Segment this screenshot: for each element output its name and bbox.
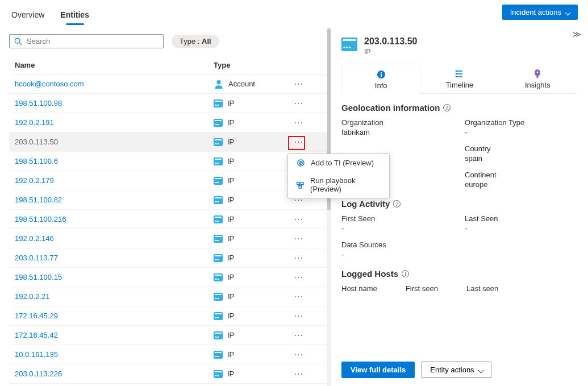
search-input[interactable] [27, 37, 159, 45]
entity-subtitle: IP [364, 48, 417, 56]
ip-icon [214, 177, 223, 185]
row-actions-button[interactable]: ··· [287, 253, 310, 263]
scrollbar[interactable] [327, 27, 331, 386]
row-actions-button[interactable]: ··· [287, 369, 310, 379]
tab-entities[interactable]: Entities [60, 7, 89, 25]
search-input-container[interactable] [9, 34, 164, 48]
table-row[interactable]: 10.0.161.135IP··· [9, 345, 327, 364]
row-actions-button[interactable]: ··· [287, 98, 310, 109]
svg-rect-4 [381, 74, 382, 77]
row-actions-button[interactable]: ··· [287, 292, 310, 302]
entity-link[interactable]: 203.0.113.50 [15, 138, 58, 146]
table-row[interactable]: 198.51.100.82IP··· [9, 190, 327, 210]
row-actions-button[interactable]: ··· [287, 234, 310, 244]
chevron-down-icon [566, 8, 570, 16]
ip-icon [214, 99, 223, 107]
info-tooltip-icon[interactable]: i [443, 104, 451, 111]
entity-link[interactable]: 198.51.100.15 [15, 273, 62, 281]
detail-tab-info[interactable]: Info [341, 64, 420, 94]
ip-icon [214, 370, 223, 378]
account-icon [214, 79, 224, 89]
playbook-icon [296, 181, 305, 189]
row-actions-button[interactable]: ··· [287, 272, 310, 283]
table-row[interactable]: 198.51.100.216IP··· [9, 210, 327, 229]
row-actions-button[interactable]: ··· [287, 118, 310, 128]
entity-link[interactable]: 203.0.113.77 [15, 254, 58, 262]
log-heading: Log Activity i [341, 199, 577, 209]
view-full-details-button[interactable]: View full details [341, 362, 415, 378]
column-header-type[interactable]: Type [214, 61, 287, 69]
entity-link[interactable]: 192.0.2.146 [15, 234, 54, 243]
entity-link[interactable]: 203.0.113.226 [15, 370, 62, 378]
entity-actions-button[interactable]: Entity actions [422, 362, 491, 378]
ip-icon [214, 312, 223, 320]
table-row[interactable]: 192.0.2.191IP··· [9, 113, 327, 132]
table-row[interactable]: 203.0.113.77IP··· [9, 248, 327, 268]
tab-overview[interactable]: Overview [11, 7, 44, 25]
row-actions-button[interactable]: ··· [287, 350, 310, 360]
svg-point-17 [300, 163, 301, 164]
search-icon [14, 38, 22, 45]
chevron-down-icon [479, 366, 483, 374]
table-row[interactable]: 203.0.113.226IP··· [9, 364, 327, 384]
svg-rect-13 [537, 76, 539, 78]
type-filter-pill[interactable]: Type : All [172, 35, 219, 48]
row-actions-button[interactable]: ··· [287, 137, 310, 147]
entity-link[interactable]: 10.0.161.135 [15, 350, 58, 359]
incident-actions-button[interactable]: Incident actions [502, 5, 578, 20]
context-menu: Add to TI (Preview) Run playbook (Previe… [287, 153, 390, 198]
info-icon [342, 69, 420, 80]
menu-run-playbook[interactable]: Run playbook (Preview) [288, 172, 389, 198]
table-row[interactable]: 192.0.2.21IP··· [9, 287, 327, 306]
menu-add-to-ti[interactable]: Add to TI (Preview) [288, 154, 389, 172]
svg-line-1 [19, 43, 22, 45]
svg-rect-19 [301, 182, 303, 184]
entity-link[interactable]: 192.0.2.191 [15, 118, 54, 127]
info-tooltip-icon[interactable]: i [402, 270, 409, 277]
svg-point-5 [381, 72, 382, 73]
table-row[interactable]: 198.51.100.15IP··· [9, 268, 327, 287]
ip-icon [214, 119, 223, 127]
row-actions-button[interactable]: ··· [287, 330, 310, 341]
table-row[interactable]: hcook@contoso.comAccount··· [9, 74, 327, 94]
entity-link[interactable]: 192.0.2.21 [15, 292, 49, 301]
table-row[interactable]: 198.51.100.98IP··· [9, 94, 327, 113]
svg-point-14 [537, 72, 539, 73]
entity-link[interactable]: 198.51.100.82 [15, 196, 62, 204]
table-row[interactable]: 172.16.45.42IP··· [9, 326, 327, 345]
entity-link[interactable]: 198.51.100.6 [15, 157, 58, 165]
entity-link[interactable]: 172.16.45.29 [15, 312, 58, 320]
entity-link[interactable]: 198.51.100.98 [15, 99, 62, 107]
svg-point-10 [456, 73, 457, 75]
geo-heading: Geolocation information i [341, 103, 577, 113]
entity-title: 203.0.113.50 [364, 36, 417, 47]
table-row[interactable]: 198.51.100.6IP··· [9, 152, 327, 171]
ip-icon [214, 196, 223, 204]
svg-point-0 [15, 38, 20, 43]
row-actions-button[interactable]: ··· [287, 79, 310, 89]
table-row[interactable]: 192.0.2.146IP··· [9, 229, 327, 248]
row-actions-button[interactable]: ··· [287, 311, 310, 321]
column-header-name[interactable]: Name [15, 61, 214, 69]
table-row[interactable]: 192.0.2.179IP··· [9, 171, 327, 190]
ip-icon [214, 273, 223, 281]
ip-icon [214, 215, 223, 223]
ip-icon [214, 235, 223, 243]
info-tooltip-icon[interactable]: i [393, 200, 401, 207]
ip-icon [214, 331, 223, 339]
row-actions-button[interactable]: ··· [287, 214, 310, 225]
entity-link[interactable]: 192.0.2.179 [15, 176, 54, 185]
hosts-heading: Logged Hosts i [341, 269, 577, 279]
svg-rect-20 [299, 186, 302, 188]
entity-link[interactable]: 172.16.45.42 [15, 331, 58, 339]
entity-link[interactable]: hcook@contoso.com [15, 80, 84, 88]
svg-rect-18 [297, 182, 300, 184]
detail-tab-timeline[interactable]: Timeline [420, 64, 498, 93]
ip-icon [214, 293, 223, 301]
detail-tab-insights[interactable]: Insights [499, 64, 577, 93]
ip-icon [214, 351, 223, 359]
table-row[interactable]: 203.0.113.50IP··· [9, 132, 327, 152]
entity-link[interactable]: 198.51.100.216 [15, 215, 66, 223]
table-row[interactable]: 172.16.45.29IP··· [9, 306, 327, 326]
ip-icon [214, 138, 223, 146]
